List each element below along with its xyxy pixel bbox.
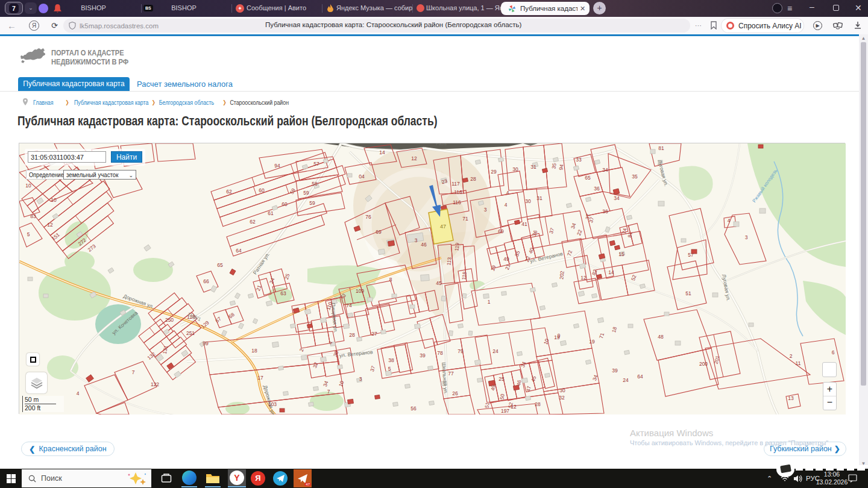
svg-text:71: 71 [462,216,468,222]
svg-text:58: 58 [312,181,318,187]
svg-text:28: 28 [470,176,476,182]
svg-text:78: 78 [437,350,443,356]
svg-text:7: 7 [132,369,135,375]
svg-text:3: 3 [745,234,748,240]
svg-text:50: 50 [498,393,506,400]
svg-text:12: 12 [511,404,517,410]
svg-text:56: 56 [410,405,417,411]
svg-text:18: 18 [251,348,257,354]
svg-text:76: 76 [365,214,371,220]
svg-text:3: 3 [359,376,362,382]
svg-text:251: 251 [186,330,195,336]
svg-text:48: 48 [658,334,664,340]
svg-text:51: 51 [483,402,491,408]
svg-text:37: 37 [584,213,591,220]
svg-text:15: 15 [618,251,624,257]
svg-text:31: 31 [530,164,536,170]
svg-text:30: 30 [512,166,518,172]
svg-text:19: 19 [589,339,595,345]
svg-text:59: 59 [303,190,309,196]
svg-text:49: 49 [503,256,509,262]
svg-text:94: 94 [558,164,565,170]
svg-text:12: 12 [411,155,417,161]
svg-text:12: 12 [47,222,53,228]
svg-text:66: 66 [203,278,209,284]
svg-text:13: 13 [788,395,794,401]
svg-text:69: 69 [376,229,382,235]
svg-text:81: 81 [626,231,634,238]
svg-text:31: 31 [536,195,542,201]
svg-text:49: 49 [489,384,497,391]
svg-text:64: 64 [236,248,242,254]
svg-text:2: 2 [790,353,793,359]
svg-text:46: 46 [515,380,523,386]
svg-text:Разъ: Разъ [436,143,447,146]
svg-text:65: 65 [585,175,591,181]
svg-text:77: 77 [448,371,454,377]
svg-text:109: 109 [356,288,364,294]
svg-text:59: 59 [309,200,315,206]
svg-text:63: 63 [280,290,286,296]
svg-text:7: 7 [327,389,330,395]
svg-text:11: 11 [796,360,801,366]
svg-text:74: 74 [346,302,352,308]
svg-text:94: 94 [274,163,280,169]
svg-text:38: 38 [388,357,394,363]
svg-text:99: 99 [203,340,209,346]
svg-text:46: 46 [421,242,427,248]
svg-text:26: 26 [452,390,458,396]
svg-text:4: 4 [728,217,731,224]
svg-text:14: 14 [608,269,614,275]
svg-text:17: 17 [257,375,263,381]
svg-text:28: 28 [535,401,541,407]
svg-text:28: 28 [349,332,355,338]
svg-text:9: 9 [558,333,561,339]
svg-text:04: 04 [359,174,365,180]
svg-text:41: 41 [521,221,527,227]
svg-text:39: 39 [612,368,618,374]
svg-text:5: 5 [27,231,30,237]
svg-text:24: 24 [623,377,629,383]
svg-text:10: 10 [51,197,57,203]
svg-text:116: 116 [453,199,461,205]
svg-text:32: 32 [559,395,565,401]
svg-text:34: 34 [614,195,620,201]
svg-text:8: 8 [389,277,392,283]
svg-text:12: 12 [580,275,587,281]
svg-text:51: 51 [685,290,691,296]
svg-text:4: 4 [506,190,509,196]
svg-text:116: 116 [454,189,462,195]
svg-text:29: 29 [491,169,497,175]
svg-text:35: 35 [550,163,558,169]
svg-text:47: 47 [440,224,446,230]
svg-text:69: 69 [498,228,504,234]
svg-text:197: 197 [501,408,509,414]
svg-text:36: 36 [594,186,600,192]
svg-text:62: 62 [250,219,256,225]
svg-text:118: 118 [461,271,467,280]
svg-text:200: 200 [699,361,708,367]
svg-text:4: 4 [505,202,508,208]
svg-text:35: 35 [632,174,638,180]
svg-text:57: 57 [688,252,694,258]
svg-text:61: 61 [268,210,274,216]
svg-text:10: 10 [25,183,31,189]
svg-text:30: 30 [559,387,565,393]
svg-text:25: 25 [498,376,505,382]
svg-text:14: 14 [379,149,385,155]
svg-text:113: 113 [445,257,452,266]
svg-text:1: 1 [488,299,491,305]
svg-text:6: 6 [832,349,835,355]
svg-text:34: 34 [602,167,608,173]
svg-text:64: 64 [637,374,643,380]
svg-text:81: 81 [658,145,664,151]
svg-text:119: 119 [453,242,460,251]
svg-text:79: 79 [458,348,464,354]
svg-text:122: 122 [151,381,159,387]
svg-text:24: 24 [492,348,498,354]
svg-text:27: 27 [371,331,377,337]
svg-text:47: 47 [525,386,532,392]
svg-text:30: 30 [525,198,531,204]
svg-text:33: 33 [576,157,582,163]
svg-text:250: 250 [165,317,174,323]
